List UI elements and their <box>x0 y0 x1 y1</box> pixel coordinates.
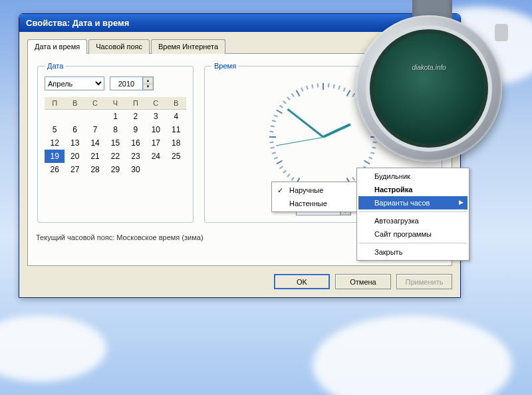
clock-tick <box>317 83 319 87</box>
calendar-day[interactable]: 22 <box>105 150 125 163</box>
cloud-decoration <box>0 315 106 382</box>
date-legend: Дата <box>45 62 66 70</box>
calendar-weekday: Ч <box>105 97 125 110</box>
calendar-day[interactable]: 15 <box>105 136 125 150</box>
clock-tick <box>287 96 291 100</box>
calendar-weekday: В <box>166 97 186 110</box>
clock-tick <box>352 93 355 97</box>
clock-tick <box>364 110 370 114</box>
clock-tick <box>372 131 376 133</box>
date-group: Дата Апрель ▲ ▼ <box>37 62 194 223</box>
calendar-weekday: П <box>45 97 65 110</box>
clock-tick <box>279 166 283 169</box>
menu-item-autoload[interactable]: Автозагрузка <box>358 214 467 227</box>
clock-tick <box>274 114 278 117</box>
calendar-day[interactable]: 1 <box>105 110 125 124</box>
menu-item-close[interactable]: Закрыть <box>358 245 467 259</box>
ok-button[interactable]: OK <box>274 274 330 289</box>
clock-tick <box>271 147 275 149</box>
calendar-day[interactable]: 18 <box>166 136 186 150</box>
cloud-decoration <box>313 315 512 395</box>
menu-item-settings[interactable]: Настройка <box>358 183 467 196</box>
year-up[interactable]: ▲ <box>143 77 153 84</box>
calendar-day[interactable]: 2 <box>126 110 146 124</box>
submenu-item-wrist[interactable]: Наручные <box>273 184 356 197</box>
tab-internet-time[interactable]: Время Интернета <box>151 39 225 54</box>
calendar-day[interactable]: 30 <box>126 163 146 176</box>
calendar-weekday: С <box>146 97 166 110</box>
menu-item-variants[interactable]: Варианты часов <box>358 196 467 209</box>
time-legend: Время <box>211 62 239 70</box>
calendar-day[interactable]: 17 <box>146 136 166 150</box>
calendar-day[interactable]: 5 <box>45 123 65 136</box>
calendar-day[interactable]: 25 <box>166 150 186 163</box>
calendar-day[interactable]: 6 <box>65 123 84 136</box>
calendar-day[interactable]: 29 <box>105 163 125 176</box>
calendar-day[interactable]: 21 <box>85 150 105 163</box>
calendar-day[interactable]: 12 <box>45 136 65 150</box>
calendar-day[interactable]: 10 <box>146 123 166 136</box>
clock-tick <box>333 84 335 88</box>
clock-tick <box>352 177 355 181</box>
clock-tick <box>356 96 360 100</box>
clock-tick <box>269 142 273 144</box>
titlebar[interactable]: Свойства: Дата и время <box>19 14 460 32</box>
clock-tick <box>291 177 295 181</box>
clock-tick <box>372 142 376 144</box>
calendar-day[interactable]: 27 <box>65 163 84 176</box>
tab-date-time[interactable]: Дата и время <box>27 39 87 54</box>
clock-tick <box>291 93 295 97</box>
year-input[interactable] <box>110 78 142 89</box>
submenu-item-wall[interactable]: Настенные <box>273 197 356 210</box>
month-select[interactable]: Апрель <box>45 76 104 90</box>
clock-variants-submenu: Наручные Настенные <box>271 182 358 212</box>
calendar-grid: ПВСЧПСВ 12345678910111213141516171819202… <box>45 97 186 176</box>
year-down[interactable]: ▼ <box>143 84 153 90</box>
clock-tick <box>272 152 276 154</box>
clock-tick <box>346 90 351 96</box>
calendar-day[interactable]: 28 <box>85 163 105 176</box>
year-spinner[interactable]: ▲ ▼ <box>110 76 154 90</box>
calendar-weekday: С <box>85 97 105 110</box>
clock-tick <box>370 136 377 138</box>
clock-tick <box>372 147 376 149</box>
clock-tick <box>276 110 283 114</box>
clock-tick <box>279 105 283 108</box>
calendar-day[interactable]: 20 <box>65 150 84 163</box>
calendar-day[interactable]: 11 <box>166 123 186 136</box>
calendar-day[interactable]: 13 <box>65 136 84 150</box>
apply-button[interactable]: Применить <box>396 274 452 289</box>
clock-tick <box>283 100 287 104</box>
clock-tick <box>364 160 370 165</box>
clock-tick <box>296 90 301 96</box>
clock-tick <box>301 88 303 92</box>
calendar-day[interactable]: 24 <box>146 150 166 163</box>
clock-tick <box>271 125 275 127</box>
calendar-day[interactable]: 9 <box>126 123 146 136</box>
clock-tick <box>368 157 372 160</box>
clock-tick <box>269 131 273 133</box>
minute-hand <box>287 108 323 138</box>
calendar-day[interactable]: 7 <box>85 123 105 136</box>
calendar-day[interactable]: 23 <box>126 150 146 163</box>
clock-tick <box>338 86 340 90</box>
tab-timezone[interactable]: Часовой пояс <box>88 39 150 54</box>
calendar-day[interactable]: 3 <box>146 110 166 124</box>
menu-item-site[interactable]: Сайт программы <box>358 227 467 241</box>
clock-tick <box>276 160 283 165</box>
calendar-day[interactable]: 8 <box>105 123 125 136</box>
tab-strip: Дата и время Часовой пояс Время Интернет… <box>27 39 452 54</box>
calendar-day[interactable]: 26 <box>45 163 65 176</box>
clock-tick <box>287 174 291 178</box>
calendar-day[interactable]: 19 <box>45 150 65 163</box>
clock-tick <box>372 125 376 127</box>
calendar-day[interactable]: 4 <box>166 110 186 124</box>
clock-tick <box>328 83 330 87</box>
calendar-day[interactable]: 14 <box>85 136 105 150</box>
hour-hand <box>323 123 350 138</box>
calendar-weekday: В <box>65 97 84 110</box>
menu-item-alarm[interactable]: Будильник <box>358 170 467 183</box>
cancel-button[interactable]: Отмена <box>335 274 391 289</box>
clock-tick <box>323 83 324 90</box>
calendar-day[interactable]: 16 <box>126 136 146 150</box>
